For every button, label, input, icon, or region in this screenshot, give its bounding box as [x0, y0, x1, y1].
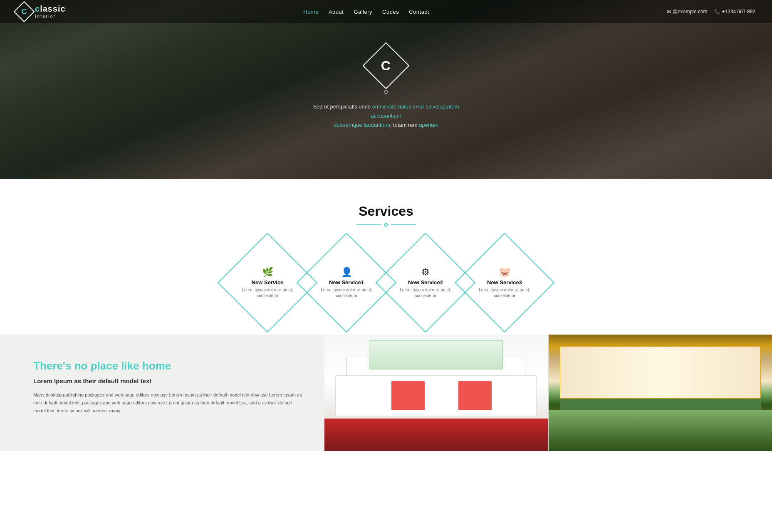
service-card-3[interactable]: 🐷 New Service3 Lorem ipsum dolor sit ame…	[469, 247, 540, 318]
hero-divider-line-right	[391, 92, 416, 92]
service-icon-3: 🐷	[473, 267, 536, 278]
hero-body-text: Sed ut perspiciatis unde omnis iste natu…	[303, 102, 469, 130]
logo-tagline: Interior	[35, 14, 66, 19]
service-name-1: New Service1	[315, 279, 378, 286]
about-images	[324, 335, 772, 451]
hero-divider	[303, 91, 469, 94]
hero-divider-diamond	[384, 90, 388, 94]
service-name-3: New Service3	[473, 279, 536, 286]
logo-c: c	[35, 4, 40, 13]
nav-email: ✉ @example.com	[667, 9, 708, 15]
service-content-2: ⚙ New Service2 Lorem ipsum dolor sit ame…	[390, 263, 461, 303]
about-section: There's no place like home Lorem Ipsum a…	[0, 335, 772, 451]
service-desc-3: Lorem ipsum dolor sit amet, consectetur	[473, 287, 536, 299]
hero-logo-letter: C	[381, 58, 391, 73]
hotel-sim	[549, 335, 772, 451]
logo-icon: C	[22, 7, 27, 16]
logo-area[interactable]: C classic Interior	[17, 4, 66, 19]
logo-diamond: C	[14, 1, 35, 22]
service-content-0: 🌿 New Service Lorem ipsum dolor sit amet…	[232, 263, 303, 303]
phone-value: +1234 567 892	[722, 9, 755, 15]
about-body: Many desktop publishing packages and web…	[33, 391, 304, 414]
nav-link-codes[interactable]: Codes	[382, 9, 399, 15]
navbar: C classic Interior Home About Gallery Co…	[0, 0, 772, 23]
about-subtitle: Lorem Ipsum as their default model text	[33, 377, 304, 384]
nav-link-about[interactable]: About	[329, 9, 344, 15]
hero-logo-diamond: C	[362, 42, 409, 89]
nav-item-codes[interactable]: Codes	[382, 8, 399, 15]
about-title: There's no place like home	[33, 360, 304, 372]
service-content-1: 👤 New Service1 Lorem ipsum dolor sit ame…	[311, 263, 382, 303]
about-image-hotel	[548, 335, 772, 451]
services-divider	[17, 223, 755, 227]
nav-link-home[interactable]: Home	[303, 9, 319, 15]
nav-link-contact[interactable]: Contact	[409, 9, 429, 15]
service-card-2[interactable]: ⚙ New Service2 Lorem ipsum dolor sit ame…	[390, 247, 461, 318]
email-value: @example.com	[673, 9, 708, 15]
logo-name: classic	[35, 4, 66, 14]
nav-links: Home About Gallery Codes Contact	[303, 8, 429, 15]
service-desc-2: Lorem ipsum dolor sit amet, consectetur	[394, 287, 457, 299]
hero-divider-line-left	[356, 92, 381, 92]
bathroom-sim	[324, 335, 548, 451]
hero-section: C Sed ut perspiciatis unde omnis iste na…	[0, 0, 772, 179]
about-text: There's no place like home Lorem Ipsum a…	[0, 335, 324, 451]
nav-phone: 📞 +1234 567 892	[714, 9, 755, 15]
services-title: Services	[17, 204, 755, 219]
service-name-2: New Service2	[394, 279, 457, 286]
service-icon-2: ⚙	[394, 267, 457, 278]
nav-contact: ✉ @example.com 📞 +1234 567 892	[667, 9, 755, 15]
email-icon: ✉	[667, 9, 671, 15]
phone-icon: 📞	[714, 9, 720, 15]
about-image-bathroom	[324, 335, 548, 451]
services-divider-line-left	[356, 224, 381, 225]
service-desc-0: Lorem ipsum dolor sit amet, consectetur	[236, 287, 299, 299]
services-divider-diamond	[384, 222, 388, 227]
nav-item-home[interactable]: Home	[303, 8, 319, 15]
nav-link-gallery[interactable]: Gallery	[354, 9, 372, 15]
nav-item-contact[interactable]: Contact	[409, 8, 429, 15]
logo-text-wrap: classic Interior	[35, 4, 66, 19]
service-card-0[interactable]: 🌿 New Service Lorem ipsum dolor sit amet…	[232, 247, 303, 318]
services-section: Services 🌿 New Service Lorem ipsum dolor…	[0, 179, 772, 335]
service-icon-1: 👤	[315, 267, 378, 278]
service-desc-1: Lorem ipsum dolor sit amet, consectetur	[315, 287, 378, 299]
service-name-0: New Service	[236, 279, 299, 286]
nav-item-about[interactable]: About	[329, 8, 344, 15]
services-divider-line-right	[391, 224, 416, 225]
nav-item-gallery[interactable]: Gallery	[354, 8, 372, 15]
logo-rest: lassic	[40, 4, 66, 13]
hero-content: C Sed ut perspiciatis unde omnis iste na…	[303, 49, 469, 130]
service-content-3: 🐷 New Service3 Lorem ipsum dolor sit ame…	[469, 263, 540, 303]
services-grid: 🌿 New Service Lorem ipsum dolor sit amet…	[17, 247, 755, 318]
service-icon-0: 🌿	[236, 267, 299, 278]
service-card-1[interactable]: 👤 New Service1 Lorem ipsum dolor sit ame…	[311, 247, 382, 318]
